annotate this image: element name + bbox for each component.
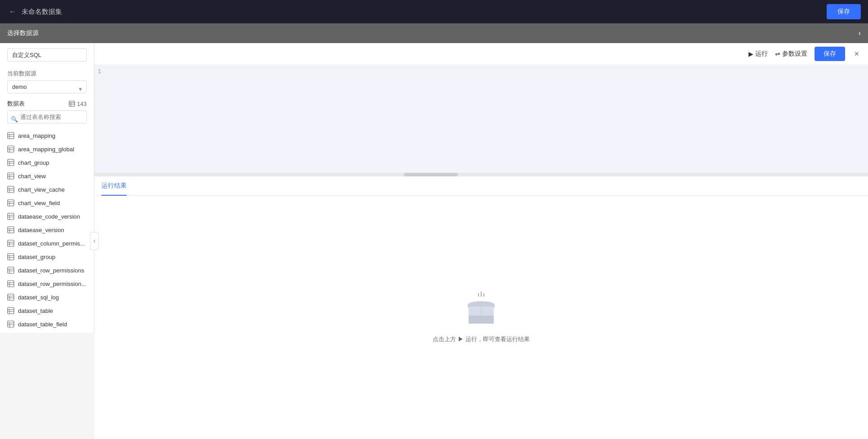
- table-item-name: chart_view: [18, 173, 46, 180]
- datasource-bar-label: 选择数据源: [7, 29, 855, 37]
- sql-type-input[interactable]: [7, 48, 87, 61]
- table-item-icon: [7, 267, 14, 274]
- table-search-input[interactable]: [7, 110, 87, 123]
- current-datasource-label: 当前数据源: [0, 65, 94, 80]
- svg-rect-12: [8, 159, 14, 166]
- table-list-item[interactable]: dataset_row_permission...: [0, 277, 94, 290]
- table-list-item[interactable]: dataset_row_permissions: [0, 263, 94, 277]
- svg-rect-52: [8, 294, 14, 300]
- params-label: 参数设置: [782, 50, 807, 58]
- collapse-datasource-icon[interactable]: ‹: [859, 29, 861, 37]
- editor-toolbar: ▶ 运行 ⇌ 参数设置 保存 ×: [94, 43, 868, 65]
- table-list-item[interactable]: dataset_table_field: [0, 317, 94, 331]
- table-item-name: dataset_sql_log: [18, 294, 59, 301]
- results-empty-state: 点击上方 ▶ 运行，即可查看运行结果: [94, 196, 868, 439]
- table-item-name: dataease_version: [18, 227, 64, 233]
- svg-rect-28: [8, 213, 14, 220]
- tables-count-wrapper: 143: [69, 101, 87, 107]
- back-button[interactable]: ←: [7, 6, 18, 18]
- svg-rect-44: [8, 267, 14, 273]
- scrollbar-thumb: [404, 173, 458, 176]
- svg-rect-0: [69, 101, 75, 106]
- table-count-icon: [69, 101, 75, 107]
- svg-rect-24: [8, 200, 14, 206]
- search-wrapper: 🔍: [0, 110, 94, 127]
- table-list-item[interactable]: dataease_version: [0, 223, 94, 237]
- table-item-name: dataset_column_permis...: [18, 240, 85, 247]
- table-item-name: chart_view_cache: [18, 186, 65, 193]
- table-list-item[interactable]: dataease_code_version: [0, 210, 94, 223]
- table-item-name: dataease_code_version: [18, 213, 80, 220]
- table-list-item[interactable]: chart_view_field: [0, 196, 94, 210]
- table-item-name: chart_view_field: [18, 200, 60, 206]
- run-button[interactable]: ▶ 运行: [748, 50, 768, 58]
- table-item-name: area_mapping: [18, 132, 55, 139]
- page-title: 未命名数据集: [22, 8, 823, 16]
- left-panel-wrapper: 当前数据源 demo ▼ 数据表: [0, 43, 94, 439]
- svg-rect-8: [8, 146, 14, 152]
- svg-rect-60: [8, 321, 14, 327]
- svg-rect-32: [8, 227, 14, 233]
- svg-rect-48: [8, 281, 14, 287]
- table-item-icon: [7, 253, 14, 260]
- left-panel-collapse-button[interactable]: ‹: [90, 232, 99, 250]
- table-item-name: dataset_table: [18, 307, 53, 314]
- line3: [483, 293, 484, 297]
- svg-rect-36: [8, 240, 14, 246]
- svg-rect-40: [8, 254, 14, 260]
- sql-editor[interactable]: 1: [94, 65, 868, 173]
- table-list: area_mapping area_mapping_global chart_g…: [0, 127, 94, 333]
- params-button[interactable]: ⇌ 参数设置: [775, 50, 807, 58]
- sql-input-wrapper: [0, 43, 94, 65]
- line2: [481, 291, 482, 297]
- table-list-item[interactable]: area_mapping: [0, 129, 94, 142]
- main-container: 选择数据源 ‹ 当前数据源 demo ▼: [0, 23, 868, 439]
- editor-save-button[interactable]: 保存: [815, 47, 845, 61]
- table-list-item[interactable]: dataset_table: [0, 304, 94, 317]
- svg-rect-4: [8, 132, 14, 139]
- table-item-icon: [7, 213, 14, 220]
- table-list-item[interactable]: dataset_sql_log: [0, 290, 94, 304]
- table-item-name: chart_group: [18, 159, 49, 166]
- table-item-icon: [7, 294, 14, 301]
- left-panel: 当前数据源 demo ▼ 数据表: [0, 43, 94, 333]
- results-area: 运行结果: [94, 176, 868, 439]
- editor-horizontal-scrollbar[interactable]: [94, 173, 868, 176]
- close-button[interactable]: ×: [852, 49, 861, 59]
- table-item-name: dataset_row_permission...: [18, 281, 86, 287]
- datasource-select[interactable]: demo: [7, 80, 87, 93]
- table-list-item[interactable]: chart_view: [0, 169, 94, 183]
- table-item-icon: [7, 159, 14, 166]
- datasource-select-wrapper: demo ▼: [0, 80, 94, 98]
- table-item-icon: [7, 320, 14, 328]
- table-item-icon: [7, 280, 14, 287]
- svg-rect-16: [8, 173, 14, 179]
- empty-icon: [463, 291, 499, 328]
- table-item-icon: [7, 145, 14, 153]
- table-item-name: dataset_group: [18, 254, 55, 260]
- topbar-save-button[interactable]: 保存: [827, 4, 861, 19]
- topbar: ← 未命名数据集 保存: [0, 0, 868, 23]
- table-list-item[interactable]: area_mapping_global: [0, 142, 94, 156]
- tab-run-results[interactable]: 运行结果: [102, 176, 127, 195]
- params-icon: ⇌: [775, 50, 780, 57]
- datasource-bar: 选择数据源 ‹: [0, 23, 868, 43]
- tables-count: 143: [77, 101, 87, 107]
- table-item-name: area_mapping_global: [18, 146, 74, 153]
- line-number: 1: [98, 69, 101, 75]
- empty-lines: [478, 291, 484, 297]
- table-item-icon: [7, 307, 14, 314]
- table-list-item[interactable]: chart_group: [0, 156, 94, 169]
- table-item-icon: [7, 199, 14, 206]
- table-list-item[interactable]: dataset_column_permis...: [0, 237, 94, 250]
- table-item-icon: [7, 240, 14, 247]
- tables-label: 数据表: [7, 100, 69, 108]
- svg-rect-56: [8, 307, 14, 314]
- table-item-icon: [7, 132, 14, 139]
- empty-box-svg: [463, 297, 499, 328]
- empty-hint-text: 点击上方 ▶ 运行，即可查看运行结果: [433, 335, 529, 343]
- table-item-icon: [7, 172, 14, 180]
- table-list-item[interactable]: chart_view_cache: [0, 183, 94, 196]
- table-item-icon: [7, 186, 14, 193]
- table-list-item[interactable]: dataset_group: [0, 250, 94, 263]
